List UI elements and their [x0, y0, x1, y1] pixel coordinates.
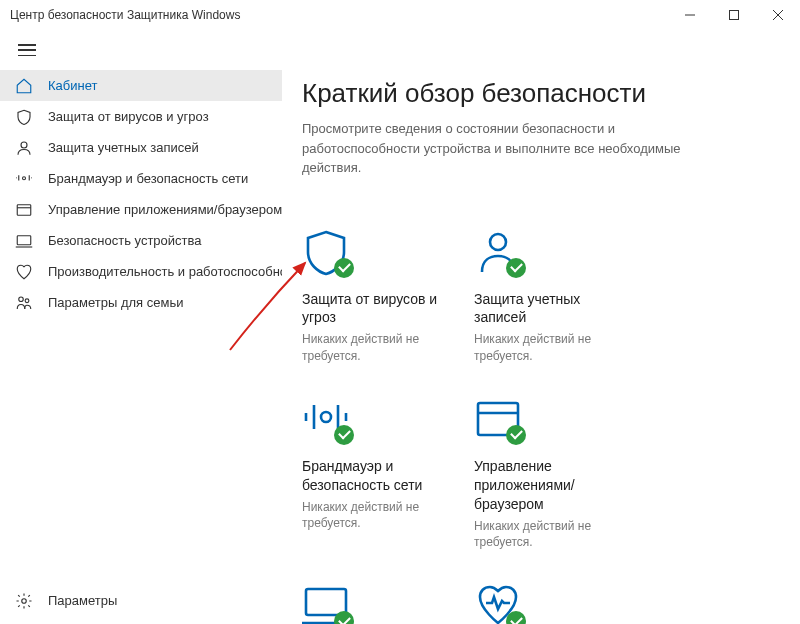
- sidebar: Кабинет Защита от вирусов и угроз Защита…: [0, 70, 282, 624]
- checkmark-icon: [506, 611, 526, 624]
- svg-point-13: [490, 234, 506, 250]
- family-icon: [14, 293, 34, 313]
- svg-point-11: [25, 298, 29, 302]
- tile-account[interactable]: Защита учетных записей Никаких действий …: [474, 228, 626, 365]
- checkmark-icon: [334, 258, 354, 278]
- tile-app-browser[interactable]: Управление приложениями/браузером Никаки…: [474, 395, 626, 551]
- sidebar-item-account[interactable]: Защита учетных записей: [0, 132, 282, 163]
- account-icon: [14, 138, 34, 158]
- tile-icon-wrap: [302, 581, 350, 624]
- tile-title: Брандмауэр и безопасность сети: [302, 457, 454, 495]
- app-browser-icon: [14, 200, 34, 220]
- sidebar-item-app-browser[interactable]: Управление приложениями/браузером: [0, 194, 282, 225]
- svg-rect-6: [17, 204, 31, 215]
- maximize-button[interactable]: [712, 0, 756, 30]
- minimize-button[interactable]: [668, 0, 712, 30]
- close-button[interactable]: [756, 0, 800, 30]
- main-content: Краткий обзор безопасности Просмотрите с…: [282, 70, 800, 624]
- device-icon: [14, 231, 34, 251]
- checkmark-icon: [506, 425, 526, 445]
- tile-title: Защита от вирусов и угроз: [302, 290, 454, 328]
- sidebar-item-label: Параметры для семьи: [48, 295, 183, 310]
- tile-status: Никаких действий не требуется.: [474, 518, 626, 552]
- home-icon: [14, 76, 34, 96]
- tile-virus[interactable]: Защита от вирусов и угроз Никаких действ…: [302, 228, 454, 365]
- sidebar-item-settings[interactable]: Параметры: [0, 585, 282, 616]
- sidebar-item-label: Параметры: [48, 593, 117, 608]
- sidebar-item-virus[interactable]: Защита от вирусов и угроз: [0, 101, 282, 132]
- tiles-grid: Защита от вирусов и угроз Никаких действ…: [302, 228, 780, 625]
- tile-device-sec[interactable]: Безопасность устройства Никаких действий…: [302, 581, 454, 624]
- gear-icon: [14, 591, 34, 611]
- tile-title: Управление приложениями/браузером: [474, 457, 626, 514]
- sidebar-item-label: Производительность и работоспособность: [48, 264, 282, 279]
- svg-point-12: [22, 598, 27, 603]
- window-controls: [668, 0, 800, 30]
- sidebar-item-label: Управление приложениями/браузером: [48, 202, 282, 217]
- sidebar-item-home[interactable]: Кабинет: [0, 70, 282, 101]
- tile-performance[interactable]: Производительность и работоспособность у…: [474, 581, 626, 624]
- minimize-icon: [685, 10, 695, 20]
- sidebar-item-label: Защита учетных записей: [48, 140, 199, 155]
- tile-status: Никаких действий не требуется.: [474, 331, 626, 365]
- checkmark-icon: [506, 258, 526, 278]
- heart-icon: [14, 262, 34, 282]
- svg-rect-1: [730, 11, 739, 20]
- svg-rect-8: [17, 235, 31, 244]
- sidebar-item-family[interactable]: Параметры для семьи: [0, 287, 282, 318]
- hamburger-menu[interactable]: [0, 30, 800, 70]
- checkmark-icon: [334, 611, 354, 624]
- svg-point-14: [321, 412, 331, 422]
- svg-point-5: [23, 176, 26, 179]
- sidebar-item-label: Кабинет: [48, 78, 97, 93]
- network-icon: [14, 169, 34, 189]
- window-title: Центр безопасности Защитника Windows: [10, 8, 240, 22]
- hamburger-icon: [18, 44, 36, 56]
- tile-icon-wrap: [474, 228, 522, 276]
- sidebar-item-performance[interactable]: Производительность и работоспособность: [0, 256, 282, 287]
- shield-icon: [14, 107, 34, 127]
- sidebar-item-device-sec[interactable]: Безопасность устройства: [0, 225, 282, 256]
- tile-status: Никаких действий не требуется.: [302, 331, 454, 365]
- checkmark-icon: [334, 425, 354, 445]
- sidebar-item-label: Защита от вирусов и угроз: [48, 109, 209, 124]
- sidebar-item-firewall[interactable]: Брандмауэр и безопасность сети: [0, 163, 282, 194]
- svg-point-10: [19, 297, 24, 302]
- close-icon: [773, 10, 783, 20]
- maximize-icon: [729, 10, 739, 20]
- page-title: Краткий обзор безопасности: [302, 78, 780, 109]
- page-subtitle: Просмотрите сведения о состоянии безопас…: [302, 119, 682, 178]
- svg-point-4: [21, 142, 27, 148]
- sidebar-item-label: Брандмауэр и безопасность сети: [48, 171, 248, 186]
- sidebar-item-label: Безопасность устройства: [48, 233, 202, 248]
- tile-firewall[interactable]: Брандмауэр и безопасность сети Никаких д…: [302, 395, 454, 551]
- tile-icon-wrap: [302, 395, 350, 443]
- tile-status: Никаких действий не требуется.: [302, 499, 454, 533]
- titlebar: Центр безопасности Защитника Windows: [0, 0, 800, 30]
- tile-icon-wrap: [474, 395, 522, 443]
- tile-title: Защита учетных записей: [474, 290, 626, 328]
- tile-icon-wrap: [474, 581, 522, 624]
- tile-icon-wrap: [302, 228, 350, 276]
